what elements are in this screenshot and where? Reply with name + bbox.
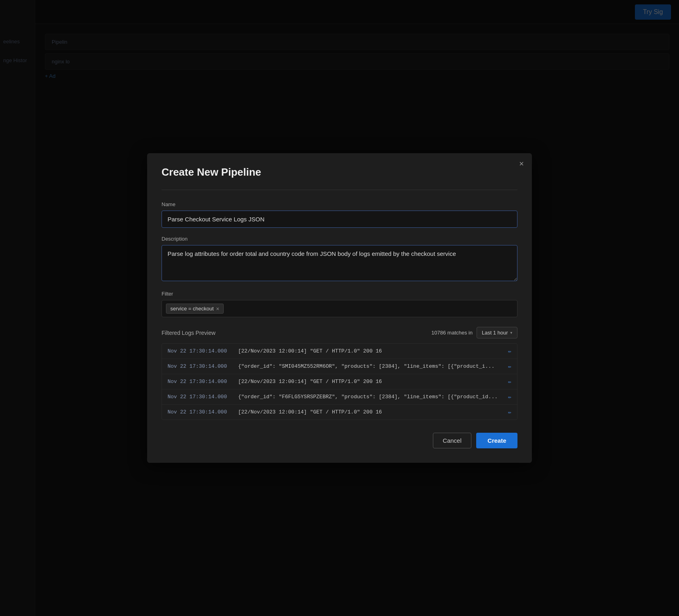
time-dropdown[interactable]: Last 1 hour ▾ xyxy=(477,327,517,338)
log-message: {"order_id": "F6FLG5YSRSPZEBRZ", "produc… xyxy=(238,394,502,400)
modal-footer: Cancel Create xyxy=(162,433,517,448)
modal-title: Create New Pipeline xyxy=(162,166,517,178)
edit-icon[interactable]: ✏ xyxy=(508,378,511,385)
edit-icon[interactable]: ✏ xyxy=(508,363,511,370)
close-button[interactable]: × xyxy=(519,160,524,168)
log-timestamp: Nov 22 17:30:14.000 xyxy=(168,348,232,354)
log-message: [22/Nov/2023 12:00:14] "GET / HTTP/1.0" … xyxy=(238,409,502,415)
edit-icon[interactable]: ✏ xyxy=(508,348,511,355)
filter-container[interactable]: service = checkout × xyxy=(162,300,517,317)
log-timestamp: Nov 22 17:30:14.000 xyxy=(168,409,232,415)
name-label: Name xyxy=(162,201,517,207)
description-label: Description xyxy=(162,236,517,242)
table-row: Nov 22 17:30:14.000{"order_id": "SMI045M… xyxy=(162,359,517,374)
log-message: [22/Nov/2023 12:00:14] "GET / HTTP/1.0" … xyxy=(238,348,502,354)
matches-text: 10786 matches in xyxy=(431,330,473,336)
filter-label: Filter xyxy=(162,291,517,297)
filter-tag-remove-button[interactable]: × xyxy=(216,306,219,312)
description-field-group: Description Parse log attributes for ord… xyxy=(162,236,517,291)
chevron-down-icon: ▾ xyxy=(510,330,512,335)
description-textarea[interactable]: Parse log attributes for order total and… xyxy=(162,245,517,281)
log-table: Nov 22 17:30:14.000[22/Nov/2023 12:00:14… xyxy=(162,343,517,420)
filter-tag-text: service = checkout xyxy=(170,306,214,312)
table-row: Nov 22 17:30:14.000[22/Nov/2023 12:00:14… xyxy=(162,405,517,419)
log-message: {"order_id": "SMI045MZ552RM6OR", "produc… xyxy=(238,363,502,369)
log-timestamp: Nov 22 17:30:14.000 xyxy=(168,379,232,385)
edit-icon[interactable]: ✏ xyxy=(508,409,511,415)
time-dropdown-label: Last 1 hour xyxy=(482,330,508,336)
log-timestamp: Nov 22 17:30:14.000 xyxy=(168,394,232,400)
edit-icon[interactable]: ✏ xyxy=(508,393,511,400)
preview-title: Filtered Logs Preview xyxy=(162,330,216,336)
create-button[interactable]: Create xyxy=(476,433,517,448)
modal-divider xyxy=(162,190,517,190)
name-field-group: Name xyxy=(162,201,517,236)
table-row: Nov 22 17:30:14.000[22/Nov/2023 12:00:14… xyxy=(162,374,517,389)
preview-meta: 10786 matches in Last 1 hour ▾ xyxy=(431,327,517,338)
log-message: [22/Nov/2023 12:00:14] "GET / HTTP/1.0" … xyxy=(238,379,502,385)
table-row: Nov 22 17:30:14.000{"order_id": "F6FLG5Y… xyxy=(162,389,517,405)
preview-header: Filtered Logs Preview 10786 matches in L… xyxy=(162,327,517,338)
filter-tag: service = checkout × xyxy=(166,304,224,314)
filter-field-group: Filter service = checkout × xyxy=(162,291,517,317)
table-row: Nov 22 17:30:14.000[22/Nov/2023 12:00:14… xyxy=(162,344,517,359)
create-pipeline-modal: × Create New Pipeline Name Description P… xyxy=(147,153,532,463)
cancel-button[interactable]: Cancel xyxy=(433,433,472,448)
log-timestamp: Nov 22 17:30:14.000 xyxy=(168,363,232,369)
modal-overlay: × Create New Pipeline Name Description P… xyxy=(0,0,679,616)
name-input[interactable] xyxy=(162,211,517,228)
